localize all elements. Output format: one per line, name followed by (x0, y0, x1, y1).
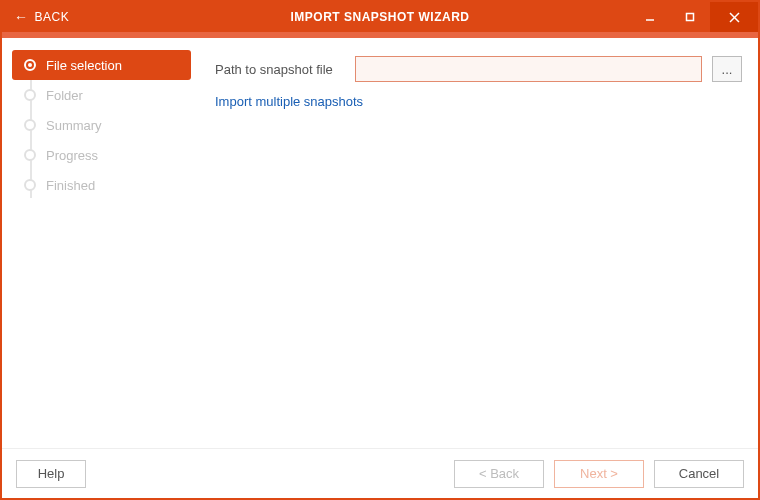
step-bullet-icon (24, 179, 36, 191)
step-progress: Progress (2, 140, 197, 170)
wizard-steps: File selection Folder Summary Progress F… (2, 50, 197, 200)
step-folder: Folder (2, 80, 197, 110)
sidebar: File selection Folder Summary Progress F… (2, 38, 197, 448)
step-label: Folder (46, 88, 83, 103)
browse-button[interactable]: ... (712, 56, 742, 82)
step-label: File selection (46, 58, 122, 73)
path-row: Path to snapshot file ... (215, 56, 742, 82)
cancel-button[interactable]: Cancel (654, 460, 744, 488)
content-area: File selection Folder Summary Progress F… (2, 38, 758, 448)
step-label: Progress (46, 148, 98, 163)
minimize-icon (645, 12, 655, 22)
step-bullet-icon (24, 149, 36, 161)
step-bullet-icon (24, 89, 36, 101)
back-button[interactable]: ← BACK (2, 2, 81, 32)
svg-rect-1 (687, 14, 694, 21)
maximize-button[interactable] (670, 2, 710, 32)
titlebar: ← BACK IMPORT SNAPSHOT WIZARD (2, 2, 758, 32)
step-label: Summary (46, 118, 102, 133)
help-button[interactable]: Help (16, 460, 86, 488)
window-title: IMPORT SNAPSHOT WIZARD (291, 10, 470, 24)
step-bullet-icon (24, 59, 36, 71)
close-icon (729, 12, 740, 23)
minimize-button[interactable] (630, 2, 670, 32)
next-step-button[interactable]: Next > (554, 460, 644, 488)
maximize-icon (685, 12, 695, 22)
footer: Help < Back Next > Cancel (2, 448, 758, 498)
back-arrow-icon: ← (14, 10, 29, 24)
step-label: Finished (46, 178, 95, 193)
step-file-selection[interactable]: File selection (12, 50, 191, 80)
close-button[interactable] (710, 2, 758, 32)
import-multiple-link[interactable]: Import multiple snapshots (215, 94, 742, 109)
path-input[interactable] (355, 56, 702, 82)
back-step-button[interactable]: < Back (454, 460, 544, 488)
back-label: BACK (35, 10, 70, 24)
step-bullet-icon (24, 119, 36, 131)
step-finished: Finished (2, 170, 197, 200)
step-summary: Summary (2, 110, 197, 140)
window-controls (630, 2, 758, 32)
wizard-window: ← BACK IMPORT SNAPSHOT WIZARD File (0, 0, 760, 500)
main-panel: Path to snapshot file ... Import multipl… (197, 38, 758, 448)
path-label: Path to snapshot file (215, 62, 345, 77)
